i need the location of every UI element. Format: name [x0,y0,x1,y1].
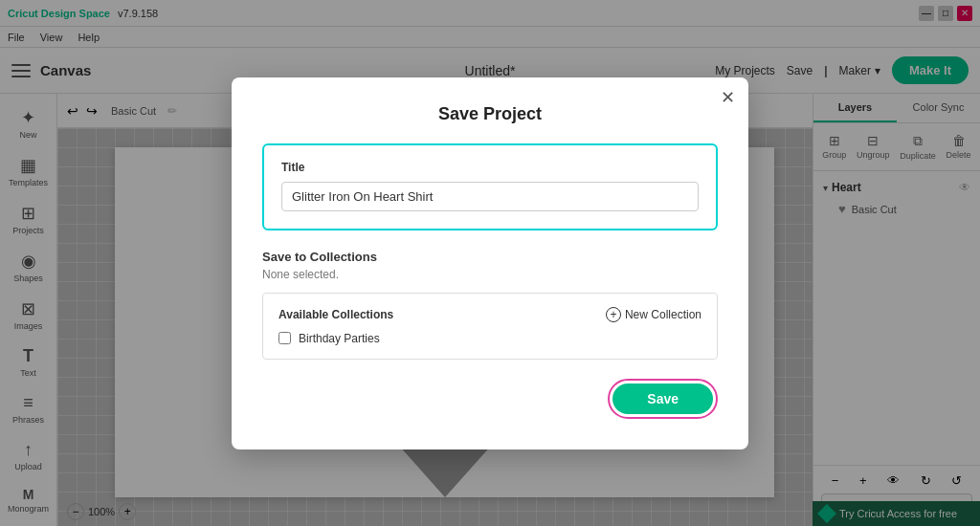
project-title-input[interactable] [281,182,699,211]
collections-box: Available Collections + New Collection B… [262,293,718,360]
save-to-collections-section: Save to Collections None selected. Avail… [262,250,718,360]
modal-title: Save Project [262,104,718,124]
collection-item-birthday-parties: Birthday Parties [278,332,702,345]
birthday-parties-label: Birthday Parties [299,332,380,345]
save-project-button[interactable]: Save [612,384,713,414]
new-collection-button[interactable]: + New Collection [606,307,702,322]
modal-close-button[interactable]: ✕ [721,89,735,106]
title-label: Title [281,161,699,174]
collections-section-title: Save to Collections [262,250,718,264]
new-collection-label: New Collection [625,308,702,321]
modal-overlay: ✕ Save Project Title Save to Collections… [0,0,980,526]
plus-icon: + [606,307,621,322]
modal-footer: Save [262,379,718,419]
available-collections-label: Available Collections [278,308,393,321]
save-button-wrapper: Save [608,379,718,419]
collections-header: Available Collections + New Collection [278,307,702,322]
birthday-parties-checkbox[interactable] [278,332,291,344]
none-selected-label: None selected. [262,268,718,281]
modal-title-section: Title [262,143,718,230]
save-project-modal: ✕ Save Project Title Save to Collections… [232,77,748,449]
